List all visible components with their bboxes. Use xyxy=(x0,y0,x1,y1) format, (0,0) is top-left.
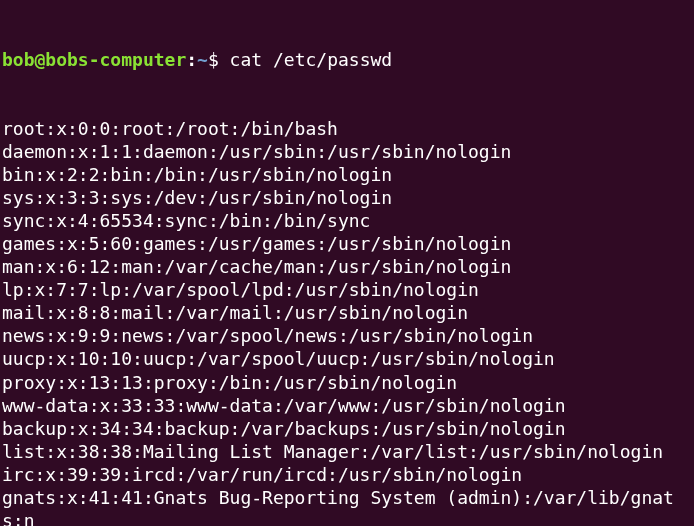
output-line: sys:x:3:3:sys:/dev:/usr/sbin/nologin xyxy=(2,186,692,209)
prompt-separator: : xyxy=(186,49,197,70)
output-line: www-data:x:33:33:www-data:/var/www:/usr/… xyxy=(2,394,692,417)
output-line: list:x:38:38:Mailing List Manager:/var/l… xyxy=(2,440,692,463)
output-line: proxy:x:13:13:proxy:/bin:/usr/sbin/nolog… xyxy=(2,371,692,394)
output-line: news:x:9:9:news:/var/spool/news:/usr/sbi… xyxy=(2,324,692,347)
output-line: irc:x:39:39:ircd:/var/run/ircd:/usr/sbin… xyxy=(2,463,692,486)
output-line: gnats:x:41:41:Gnats Bug-Reporting System… xyxy=(2,486,692,526)
output-line: bin:x:2:2:bin:/bin:/usr/sbin/nologin xyxy=(2,163,692,186)
output-line: daemon:x:1:1:daemon:/usr/sbin:/usr/sbin/… xyxy=(2,140,692,163)
output-line: root:x:0:0:root:/root:/bin/bash xyxy=(2,117,692,140)
output-line: backup:x:34:34:backup:/var/backups:/usr/… xyxy=(2,417,692,440)
prompt-path: ~ xyxy=(197,49,208,70)
command-text: cat /etc/passwd xyxy=(230,49,393,70)
output-line: man:x:6:12:man:/var/cache/man:/usr/sbin/… xyxy=(2,255,692,278)
output-line: games:x:5:60:games:/usr/games:/usr/sbin/… xyxy=(2,232,692,255)
prompt-line: bob@bobs-computer:~$ cat /etc/passwd xyxy=(2,48,692,71)
output-line: uucp:x:10:10:uucp:/var/spool/uucp:/usr/s… xyxy=(2,347,692,370)
prompt-user-host: bob@bobs-computer xyxy=(2,49,186,70)
command-output: root:x:0:0:root:/root:/bin/bashdaemon:x:… xyxy=(2,117,692,526)
terminal-window[interactable]: bob@bobs-computer:~$ cat /etc/passwd roo… xyxy=(2,2,692,526)
output-line: mail:x:8:8:mail:/var/mail:/usr/sbin/nolo… xyxy=(2,301,692,324)
prompt-symbol: $ xyxy=(208,49,230,70)
output-line: sync:x:4:65534:sync:/bin:/bin/sync xyxy=(2,209,692,232)
output-line: lp:x:7:7:lp:/var/spool/lpd:/usr/sbin/nol… xyxy=(2,278,692,301)
